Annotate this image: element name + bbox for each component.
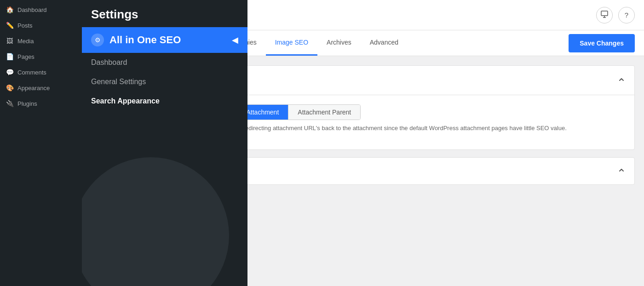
appearance-icon: 🎨 — [6, 84, 14, 92]
pages-icon: 📄 — [6, 52, 14, 61]
sidebar-item-appearance[interactable]: 🎨 Appearance — [0, 80, 82, 96]
sidebar-item-appearance-label: Appearance — [17, 85, 50, 92]
sidebar-item-pages[interactable]: 📄 Pages — [0, 49, 82, 64]
header-right: ? — [596, 7, 635, 23]
comments-icon: 💬 — [6, 68, 14, 76]
sidebar-item-dashboard-label: Dashboard — [17, 6, 47, 13]
aioseo-submenu: Settings ⚙ All in One SEO ◀ Dashboard Ge… — [82, 0, 247, 286]
sidebar-item-comments[interactable]: 💬 Comments — [0, 64, 82, 80]
sidebar-item-media-label: Media — [17, 38, 34, 45]
sidebar-item-posts-label: Posts — [17, 22, 33, 29]
attachments-collapse-button[interactable] — [618, 76, 625, 85]
help-button[interactable]: ? — [618, 7, 635, 23]
tab-image-seo[interactable]: Image SEO — [266, 30, 317, 56]
svg-rect-0 — [601, 11, 608, 16]
monitor-button[interactable] — [596, 7, 613, 23]
sidebar-item-media[interactable]: 🖼 Media — [0, 33, 82, 49]
attachment-parent-option[interactable]: Attachment Parent — [288, 105, 360, 120]
main-content: AIO SEO ⚙ / Search Appearance ? — [82, 0, 644, 286]
save-changes-button[interactable]: Save Changes — [569, 34, 635, 52]
wp-admin-sidebar: 🏠 Dashboard ✏️ Posts 🖼 Media 📄 Pages 💬 C… — [0, 0, 82, 286]
submenu-arrow-icon: ◀ — [232, 35, 238, 45]
circle-decoration — [82, 157, 229, 286]
submenu-aioseo-icon: ⚙ — [91, 34, 104, 46]
tab-advanced[interactable]: Advanced — [361, 30, 408, 56]
submenu-link-general-settings[interactable]: General Settings — [82, 72, 247, 92]
second-section-collapse-button[interactable] — [618, 166, 625, 176]
help-icon: ? — [625, 11, 628, 19]
posts-icon: ✏️ — [6, 21, 14, 29]
submenu-settings-label: Settings — [82, 0, 247, 27]
sidebar-item-plugins-label: Plugins — [17, 100, 37, 107]
sidebar-item-posts[interactable]: ✏️ Posts — [0, 17, 82, 33]
submenu-link-search-appearance[interactable]: Search Appearance — [82, 92, 247, 111]
dashboard-icon: 🏠 — [6, 6, 14, 14]
sidebar-item-pages-label: Pages — [17, 53, 34, 60]
sidebar-item-comments-label: Comments — [17, 69, 46, 76]
tab-archives[interactable]: Archives — [317, 30, 361, 56]
plugins-icon: 🔌 — [6, 99, 14, 108]
submenu-aioseo-item[interactable]: ⚙ All in One SEO ◀ — [82, 27, 247, 53]
attachment-urls-controls: Disabled Attachment Attachment Parent We… — [193, 104, 625, 133]
attachment-urls-description: We recommended redirecting attachment UR… — [193, 124, 625, 133]
submenu-link-dashboard[interactable]: Dashboard — [82, 53, 247, 72]
sidebar-item-plugins[interactable]: 🔌 Plugins — [0, 96, 82, 111]
media-icon: 🖼 — [6, 37, 14, 45]
monitor-icon — [601, 11, 608, 19]
submenu-aioseo-label: All in One SEO — [109, 34, 181, 46]
sidebar-item-dashboard[interactable]: 🏠 Dashboard — [0, 2, 82, 17]
